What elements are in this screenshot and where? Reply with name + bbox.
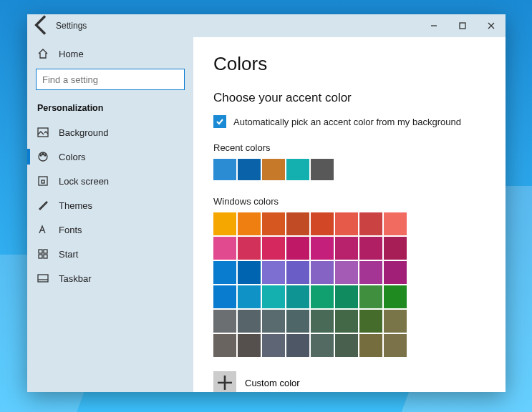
color-swatch[interactable] (213, 237, 236, 260)
color-swatch[interactable] (213, 261, 236, 284)
color-swatch[interactable] (359, 212, 382, 235)
color-swatch[interactable] (213, 310, 236, 333)
svg-rect-13 (38, 275, 48, 282)
color-swatch[interactable] (335, 212, 358, 235)
nav-label: Colors (59, 152, 86, 162)
color-swatch[interactable] (335, 261, 358, 284)
windows-colors-grid (213, 212, 485, 357)
color-swatch[interactable] (384, 334, 407, 357)
color-swatch[interactable] (262, 285, 285, 308)
color-swatch[interactable] (359, 261, 382, 284)
color-swatch[interactable] (286, 261, 309, 284)
nav-colors[interactable]: Colors (27, 144, 193, 169)
color-swatch[interactable] (335, 334, 358, 357)
nav-label: Fonts (59, 225, 82, 235)
svg-rect-12 (44, 255, 47, 258)
color-swatch[interactable] (311, 261, 334, 284)
color-swatch[interactable] (238, 310, 261, 333)
close-button[interactable] (477, 14, 506, 37)
color-swatch[interactable] (262, 237, 285, 260)
color-swatch[interactable] (359, 310, 382, 333)
color-swatch[interactable] (359, 237, 382, 260)
color-swatch[interactable] (286, 212, 309, 235)
home-icon (37, 48, 49, 59)
color-swatch[interactable] (286, 237, 309, 260)
sidebar-header: Personalization (27, 97, 193, 120)
color-swatch[interactable] (213, 212, 236, 235)
svg-rect-9 (39, 250, 42, 253)
auto-pick-label: Automatically pick an accent color from … (233, 117, 461, 127)
custom-color-label: Custom color (245, 378, 300, 388)
color-swatch[interactable] (335, 310, 358, 333)
auto-pick-row[interactable]: Automatically pick an accent color from … (213, 115, 485, 128)
color-swatch[interactable] (359, 334, 382, 357)
color-swatch[interactable] (286, 310, 309, 333)
custom-color-button[interactable] (213, 371, 236, 392)
svg-point-5 (42, 154, 44, 155)
color-swatch[interactable] (238, 237, 261, 260)
custom-color-row[interactable]: Custom color (213, 371, 485, 392)
nav-background[interactable]: Background (27, 120, 193, 144)
search-field[interactable] (42, 74, 178, 85)
recent-color-swatch[interactable] (311, 159, 334, 180)
color-swatch[interactable] (384, 310, 407, 333)
color-swatch[interactable] (213, 334, 236, 357)
color-swatch[interactable] (262, 310, 285, 333)
recent-color-swatch[interactable] (238, 159, 261, 180)
color-swatch[interactable] (238, 334, 261, 357)
color-swatch[interactable] (384, 212, 407, 235)
svg-point-6 (44, 154, 46, 156)
color-swatch[interactable] (359, 285, 382, 308)
nav-start[interactable]: Start (27, 242, 193, 266)
auto-pick-checkbox[interactable] (213, 115, 226, 128)
color-swatch[interactable] (311, 310, 334, 333)
color-swatch[interactable] (262, 261, 285, 284)
color-swatch[interactable] (213, 285, 236, 308)
nav-fonts[interactable]: Fonts (27, 217, 193, 242)
sidebar: Home Personalization Background Colors (27, 37, 193, 392)
nav-label: Start (59, 249, 78, 260)
color-swatch[interactable] (286, 285, 309, 308)
color-swatch[interactable] (311, 212, 334, 235)
brush-icon (37, 200, 49, 211)
minimize-button[interactable] (420, 14, 448, 37)
svg-rect-10 (44, 250, 47, 253)
main-pane: Colors Choose your accent color Automati… (193, 37, 506, 392)
settings-window: Settings Home Person (27, 14, 506, 392)
color-swatch[interactable] (286, 334, 309, 357)
recent-color-swatch[interactable] (286, 159, 309, 180)
color-swatch[interactable] (311, 334, 334, 357)
nav-taskbar[interactable]: Taskbar (27, 266, 193, 290)
titlebar: Settings (27, 14, 506, 37)
windows-colors-label: Windows colors (213, 196, 485, 207)
nav-home[interactable]: Home (27, 41, 193, 66)
color-swatch[interactable] (262, 212, 285, 235)
svg-point-4 (40, 154, 42, 156)
color-swatch[interactable] (384, 261, 407, 284)
color-swatch[interactable] (238, 212, 261, 235)
color-swatch[interactable] (311, 237, 334, 260)
color-swatch[interactable] (238, 285, 261, 308)
color-swatch[interactable] (238, 261, 261, 284)
taskbar-icon (37, 273, 49, 284)
color-swatch[interactable] (262, 334, 285, 357)
picture-icon (37, 127, 49, 138)
svg-rect-7 (39, 177, 47, 185)
color-swatch[interactable] (311, 285, 334, 308)
recent-color-swatch[interactable] (262, 159, 285, 180)
color-swatch[interactable] (384, 237, 407, 260)
recent-colors (213, 159, 485, 180)
nav-label: Lock screen (59, 176, 109, 187)
recent-color-swatch[interactable] (213, 159, 236, 180)
color-swatch[interactable] (384, 285, 407, 308)
color-swatch[interactable] (335, 285, 358, 308)
search-input[interactable] (36, 69, 185, 90)
window-title: Settings (56, 21, 87, 31)
color-swatch[interactable] (335, 237, 358, 260)
maximize-button[interactable] (448, 14, 477, 37)
nav-themes[interactable]: Themes (27, 193, 193, 217)
palette-icon (37, 151, 49, 162)
nav-label: Background (59, 127, 108, 138)
nav-lockscreen[interactable]: Lock screen (27, 169, 193, 193)
page-heading: Colors (213, 53, 485, 75)
